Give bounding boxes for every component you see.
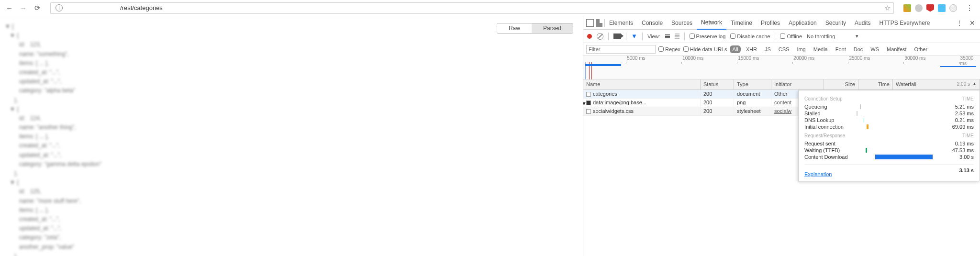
tab-application[interactable]: Application bbox=[784, 17, 821, 29]
json-view-tabs: Raw Parsed bbox=[497, 23, 573, 33]
col-status[interactable]: Status bbox=[701, 79, 734, 89]
timeline-tick: 5000 ms bbox=[627, 56, 645, 61]
throttling-select[interactable]: No throttling▾ bbox=[807, 33, 858, 39]
network-table: Name Status Type Initiator Size Time Wat… bbox=[583, 79, 980, 256]
regex-checkbox[interactable]: Regex bbox=[658, 46, 680, 52]
small-rows-icon[interactable] bbox=[675, 33, 679, 39]
network-overview-timeline[interactable]: 5000 ms 10000 ms 15000 ms 20000 ms 25000… bbox=[583, 56, 980, 79]
parsed-tab[interactable]: Parsed bbox=[532, 23, 573, 33]
timeline-tick: 30000 ms bbox=[904, 56, 925, 61]
forward-button[interactable]: → bbox=[18, 4, 29, 12]
extension-icon[interactable] bbox=[903, 4, 911, 12]
tab-network[interactable]: Network bbox=[697, 16, 726, 30]
timeline-tick: 15000 ms bbox=[738, 56, 759, 61]
col-time[interactable]: Time bbox=[858, 79, 893, 89]
screenshots-icon[interactable] bbox=[613, 33, 621, 39]
tab-timeline[interactable]: Timeline bbox=[726, 17, 757, 29]
filter-type-font[interactable]: Font bbox=[833, 45, 848, 53]
tab-https-everywhere[interactable]: HTTPS Everywhere bbox=[875, 17, 934, 29]
tab-console[interactable]: Console bbox=[637, 17, 667, 29]
profile-icon[interactable] bbox=[949, 4, 957, 12]
extension-icon[interactable] bbox=[938, 4, 946, 12]
clear-button[interactable] bbox=[597, 33, 603, 40]
filter-type-other[interactable]: Other bbox=[912, 45, 930, 53]
tab-security[interactable]: Security bbox=[821, 17, 850, 29]
devtools-panel: Elements Console Sources Network Timelin… bbox=[583, 16, 980, 256]
hide-data-urls-checkbox[interactable]: Hide data URLs bbox=[683, 46, 727, 52]
preserve-log-checkbox[interactable]: Preserve log bbox=[690, 33, 726, 39]
device-mode-icon[interactable] bbox=[596, 19, 602, 27]
raw-tab[interactable]: Raw bbox=[497, 23, 532, 33]
filter-type-js[interactable]: JS bbox=[762, 45, 773, 53]
extension-icon[interactable] bbox=[915, 4, 923, 12]
filter-type-doc[interactable]: Doc bbox=[851, 45, 866, 53]
filter-type-img[interactable]: Img bbox=[794, 45, 808, 53]
devtools-more-icon[interactable]: ⋮ bbox=[956, 19, 963, 27]
back-button[interactable]: ← bbox=[4, 4, 15, 12]
col-size[interactable]: Size bbox=[824, 79, 858, 89]
filter-input[interactable] bbox=[586, 45, 656, 54]
tab-sources[interactable]: Sources bbox=[667, 17, 697, 29]
record-button[interactable] bbox=[587, 34, 592, 39]
tab-elements[interactable]: Elements bbox=[605, 17, 637, 29]
disable-cache-checkbox[interactable]: Disable cache bbox=[730, 33, 770, 39]
filter-type-xhr[interactable]: XHR bbox=[744, 45, 759, 53]
view-label: View: bbox=[647, 33, 660, 39]
filter-toggle-icon[interactable]: ▼ bbox=[631, 33, 637, 40]
offline-checkbox[interactable]: Offline bbox=[780, 33, 802, 39]
explanation-link[interactable]: Explanation bbox=[804, 171, 832, 177]
devtools-tabs: Elements Console Sources Network Timelin… bbox=[583, 16, 980, 30]
network-toolbar: ▼ View: Preserve log Disable cache Offli… bbox=[583, 30, 980, 43]
filter-type-media[interactable]: Media bbox=[811, 45, 830, 53]
chrome-menu-icon[interactable]: ⋮ bbox=[963, 3, 976, 12]
col-initiator[interactable]: Initiator bbox=[771, 79, 824, 89]
tab-audits[interactable]: Audits bbox=[850, 17, 875, 29]
col-waterfall[interactable]: Waterfall 2.00 s ▲ bbox=[893, 79, 980, 89]
timing-detail-popup: Connection SetupTIME Queueing5.21 ms Sta… bbox=[798, 90, 980, 181]
site-info-icon[interactable]: i bbox=[56, 4, 63, 11]
bookmark-star-icon[interactable]: ☆ bbox=[884, 4, 891, 12]
table-header: Name Status Type Initiator Size Time Wat… bbox=[583, 79, 980, 90]
address-bar[interactable]: i /rest/categories ☆ bbox=[50, 2, 894, 14]
devtools-close-icon[interactable]: ✕ bbox=[968, 19, 977, 27]
filter-type-manifest[interactable]: Manifest bbox=[884, 45, 909, 53]
filter-type-css[interactable]: CSS bbox=[776, 45, 792, 53]
page-content: Raw Parsed ▼ [ ▼ { id: 123, name: "somet… bbox=[0, 16, 583, 256]
inspect-element-icon[interactable] bbox=[586, 19, 594, 27]
network-filter-row: Regex Hide data URLs All XHR JS CSS Img … bbox=[583, 43, 980, 56]
timeline-tick: 10000 ms bbox=[682, 56, 703, 61]
filter-type-all[interactable]: All bbox=[730, 45, 740, 53]
reload-button[interactable]: ⟳ bbox=[32, 4, 44, 12]
large-rows-icon[interactable] bbox=[665, 34, 670, 38]
filter-type-ws[interactable]: WS bbox=[868, 45, 881, 53]
json-content-blurred: ▼ [ ▼ { id: 123, name: "something", item… bbox=[5, 22, 101, 256]
col-name[interactable]: Name bbox=[583, 79, 701, 89]
url: /rest/categories bbox=[63, 4, 884, 11]
timeline-tick: 25000 ms bbox=[849, 56, 870, 61]
tab-profiles[interactable]: Profiles bbox=[757, 17, 784, 29]
col-type[interactable]: Type bbox=[734, 79, 771, 89]
ublock-icon[interactable] bbox=[926, 4, 934, 12]
browser-toolbar: ← → ⟳ i /rest/categories ☆ ⋮ bbox=[0, 0, 980, 16]
timeline-tick: 20000 ms bbox=[793, 56, 814, 61]
extension-icons bbox=[901, 4, 960, 12]
